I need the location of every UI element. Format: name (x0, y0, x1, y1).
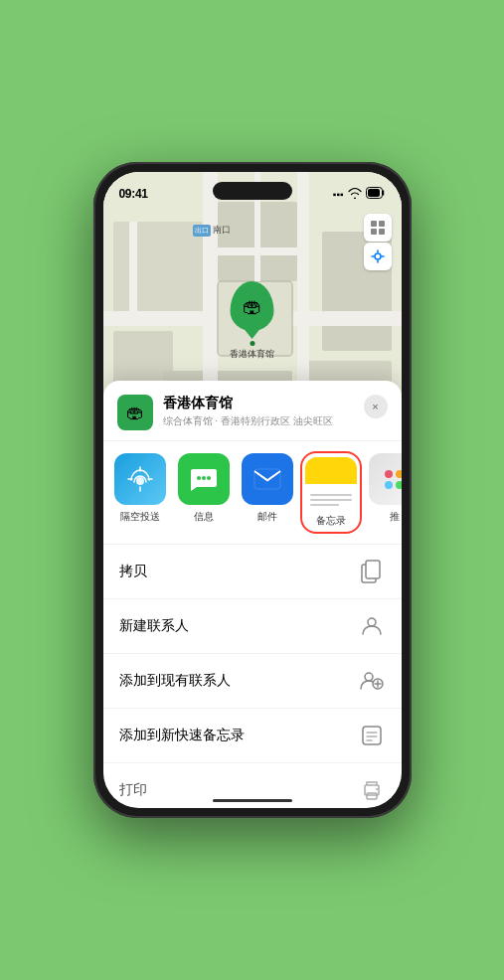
venue-info: 香港体育馆 综合体育馆 · 香港特别行政区 油尖旺区 (163, 395, 354, 428)
airdrop-icon (114, 453, 166, 505)
battery-icon (366, 187, 386, 201)
new-contact-text: 新建联系人 (119, 617, 189, 635)
mail-icon (242, 453, 293, 505)
svg-rect-3 (113, 222, 203, 321)
nankou-text: 南口 (213, 224, 231, 237)
svg-point-48 (376, 788, 378, 790)
marker-dot (250, 341, 254, 346)
svg-point-32 (207, 476, 211, 480)
venue-name: 香港体育馆 (163, 395, 354, 412)
add-existing-text: 添加到现有联系人 (119, 672, 231, 690)
more-icon (369, 453, 402, 505)
messages-label: 信息 (194, 510, 214, 524)
person-add-icon (358, 667, 386, 695)
share-item-more[interactable]: 推 (366, 453, 402, 532)
messages-icon (178, 453, 230, 505)
airdrop-label: 隔空投送 (120, 510, 160, 524)
marker-stadium-icon: 🏟 (243, 295, 262, 318)
share-item-mail[interactable]: 邮件 (239, 453, 296, 532)
home-indicator (213, 799, 292, 802)
svg-rect-1 (368, 189, 380, 197)
svg-point-21 (375, 253, 381, 259)
share-item-notes[interactable]: 备忘录 (302, 453, 360, 532)
action-add-existing[interactable]: 添加到现有联系人 (103, 654, 402, 709)
svg-point-38 (365, 673, 373, 681)
dynamic-island (213, 182, 292, 200)
venue-marker[interactable]: 🏟 香港体育馆 (230, 281, 274, 361)
bottom-sheet: 🏟 香港体育馆 综合体育馆 · 香港特别行政区 油尖旺区 × (103, 381, 402, 808)
map-view-toggle[interactable] (364, 214, 392, 242)
mail-label: 邮件 (257, 510, 277, 524)
marker-pin: 🏟 (231, 281, 274, 331)
svg-rect-18 (379, 221, 385, 227)
venue-logo: 🏟 (117, 395, 153, 430)
action-copy[interactable]: 拷贝 (103, 545, 402, 599)
action-add-notes[interactable]: 添加到新快速备忘录 (103, 709, 402, 763)
status-icons: ▪▪▪ (333, 187, 386, 201)
share-row: 隔空投送 信息 (103, 441, 402, 545)
svg-point-31 (202, 476, 206, 480)
copy-text: 拷贝 (119, 563, 147, 580)
svg-rect-42 (363, 727, 381, 744)
close-button[interactable]: × (364, 395, 388, 418)
nankou-tag: 出口 (193, 225, 211, 237)
svg-point-37 (368, 618, 376, 626)
svg-rect-36 (366, 561, 380, 578)
map-nankou-label: 出口 南口 (193, 224, 231, 237)
action-list: 拷贝 新建联系人 (103, 545, 402, 808)
svg-rect-47 (367, 793, 377, 799)
notes-label: 备忘录 (316, 514, 346, 528)
map-controls (364, 214, 392, 270)
venue-subtitle: 综合体育馆 · 香港特别行政区 油尖旺区 (163, 414, 354, 428)
share-item-messages[interactable]: 信息 (175, 453, 233, 532)
signal-icon: ▪▪▪ (333, 189, 344, 200)
svg-rect-20 (379, 229, 385, 235)
wifi-icon (348, 188, 362, 201)
print-text: 打印 (119, 781, 147, 799)
svg-rect-17 (371, 221, 377, 227)
notes-icon (305, 457, 357, 509)
copy-icon (358, 558, 386, 585)
venue-logo-icon: 🏟 (126, 403, 144, 423)
phone-frame: 09:41 ▪▪▪ (93, 162, 412, 818)
more-label: 推 (390, 510, 400, 524)
marker-label: 香港体育馆 (230, 348, 274, 361)
note-icon (358, 722, 386, 749)
svg-rect-33 (254, 469, 280, 489)
person-icon (358, 612, 386, 640)
add-notes-text: 添加到新快速备忘录 (119, 727, 245, 744)
venue-header: 🏟 香港体育馆 综合体育馆 · 香港特别行政区 油尖旺区 × (103, 381, 402, 441)
location-btn[interactable] (364, 243, 392, 270)
action-new-contact[interactable]: 新建联系人 (103, 599, 402, 654)
status-time: 09:41 (119, 187, 148, 201)
printer-icon (358, 776, 386, 804)
svg-point-30 (197, 476, 201, 480)
phone-screen: 09:41 ▪▪▪ (103, 172, 402, 808)
svg-rect-19 (371, 229, 377, 235)
share-item-airdrop[interactable]: 隔空投送 (111, 453, 169, 532)
